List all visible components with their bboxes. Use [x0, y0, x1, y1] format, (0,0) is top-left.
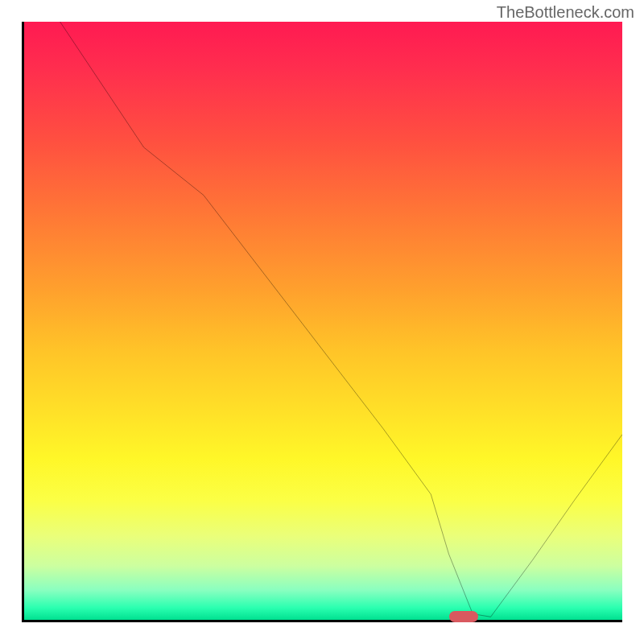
optimal-point-marker: [449, 611, 478, 622]
plot-area: [22, 22, 622, 622]
watermark-text: TheBottleneck.com: [497, 3, 634, 22]
bottleneck-curve: [24, 22, 622, 620]
